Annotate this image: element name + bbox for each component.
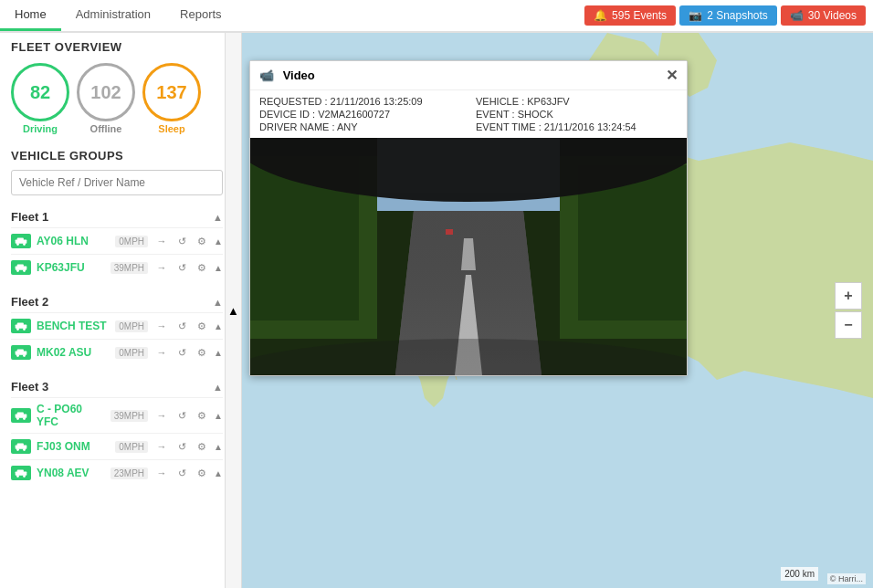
svg-rect-5 <box>17 265 24 268</box>
settings-icon-yn08aev[interactable]: ⚙ <box>194 465 210 481</box>
video-driver-name: DRIVER NAME : ANY <box>259 121 461 132</box>
tab-home[interactable]: Home <box>0 0 61 31</box>
vehicle-actions-ay06hln: → ↺ ⚙ ▲ <box>153 233 223 249</box>
events-button[interactable]: 🔔 595 Events <box>584 5 676 26</box>
svg-rect-13 <box>17 350 24 353</box>
top-nav: Home Administration Reports 🔔 595 Events… <box>0 0 873 33</box>
refresh-icon-mk02asu[interactable]: ↺ <box>174 344 190 361</box>
vehicle-name-benchtest: BENCH TEST <box>37 320 110 332</box>
svg-point-6 <box>16 269 19 272</box>
arrow-icon-benchtest[interactable]: → <box>153 318 170 334</box>
svg-point-10 <box>16 328 19 331</box>
vehicle-actions-cpo60yfc: → ↺ ⚙ ▲ <box>153 407 223 424</box>
fleet-2-section: Fleet 2 ▲ BENCH TEST 0MPH → ↺ ⚙ ▲ <box>11 291 223 365</box>
svg-rect-1 <box>17 238 24 242</box>
expand-icon-ay06hln[interactable]: ▲ <box>214 236 223 247</box>
map-controls: + − <box>835 282 862 339</box>
driving-label: Driving <box>23 123 58 134</box>
video-event: EVENT : SHOCK <box>476 109 678 120</box>
expand-icon-cpo60yfc[interactable]: ▲ <box>214 411 223 421</box>
vehicle-groups-title: VEHICLE GROUPS <box>11 149 223 163</box>
settings-icon-mk02asu[interactable]: ⚙ <box>194 344 210 361</box>
svg-rect-25 <box>17 470 24 474</box>
svg-point-18 <box>16 417 19 420</box>
video-frame <box>250 138 687 375</box>
vehicle-kp63jfu: KP63JFU 39MPH → ↺ ⚙ ▲ <box>11 254 223 280</box>
vehicle-actions-fj03onm: → ↺ ⚙ ▲ <box>153 438 223 455</box>
vehicle-icon-benchtest <box>11 319 31 333</box>
video-title-area: 📹 Video <box>259 68 315 82</box>
videos-button[interactable]: 📹 30 Videos <box>781 5 866 26</box>
vehicle-speed-yn08aev: 23MPH <box>110 467 148 479</box>
svg-point-27 <box>23 475 26 478</box>
arrow-icon-fj03onm[interactable]: → <box>153 438 170 455</box>
expand-icon-benchtest[interactable]: ▲ <box>214 321 223 331</box>
driving-circle: 82 <box>11 63 69 121</box>
svg-point-2 <box>16 243 19 246</box>
expand-icon-kp63jfu[interactable]: ▲ <box>214 263 223 273</box>
video-requested: REQUESTED : 21/11/2016 13:25:09 <box>259 96 461 107</box>
refresh-icon-benchtest[interactable]: ↺ <box>174 318 190 334</box>
settings-icon-ay06hln[interactable]: ⚙ <box>194 233 210 249</box>
vehicle-speed-benchtest: 0MPH <box>115 320 148 332</box>
svg-rect-9 <box>17 323 24 327</box>
fleet-3-header[interactable]: Fleet 3 ▲ <box>11 376 223 397</box>
map-attribution: © Harri... <box>827 573 866 584</box>
search-input[interactable] <box>11 170 223 195</box>
nav-right-buttons: 🔔 595 Events 📷 2 Snapshots 📹 30 Videos <box>584 0 873 31</box>
refresh-icon-cpo60yfc[interactable]: ↺ <box>174 407 190 424</box>
svg-rect-65 <box>446 229 453 235</box>
video-close-button[interactable]: ✕ <box>666 67 678 84</box>
vehicle-actions-yn08aev: → ↺ ⚙ ▲ <box>153 465 223 481</box>
refresh-icon-kp63jfu[interactable]: ↺ <box>174 259 190 276</box>
svg-point-3 <box>23 243 26 246</box>
vehicle-fj03onm: FJ03 ONM 0MPH → ↺ ⚙ ▲ <box>11 433 223 459</box>
vehicle-name-kp63jfu: KP63JFU <box>37 261 105 274</box>
tab-administration[interactable]: Administration <box>61 0 165 31</box>
snapshots-button[interactable]: 📷 2 Snapshots <box>679 5 777 26</box>
tab-reports[interactable]: Reports <box>165 0 237 31</box>
vehicle-name-ay06hln: AY06 HLN <box>37 235 110 247</box>
expand-icon-mk02asu[interactable]: ▲ <box>214 348 223 358</box>
fleet-1-header[interactable]: Fleet 1 ▲ <box>11 206 223 227</box>
fleet-2-header[interactable]: Fleet 2 ▲ <box>11 291 223 312</box>
arrow-icon-cpo60yfc[interactable]: → <box>153 407 170 424</box>
main-layout: FLEET OVERVIEW 82 Driving 102 Offline <box>0 33 873 588</box>
fleet-overview-title: FLEET OVERVIEW <box>11 40 223 54</box>
vehicle-name-cpo60yfc: C - PO60 YFC <box>37 403 105 428</box>
vehicle-cpo60yfc: C - PO60 YFC 39MPH → ↺ ⚙ ▲ <box>11 397 223 433</box>
settings-icon-cpo60yfc[interactable]: ⚙ <box>194 407 210 424</box>
vehicle-actions-mk02asu: → ↺ ⚙ ▲ <box>153 344 223 361</box>
arrow-icon-mk02asu[interactable]: → <box>153 344 170 361</box>
expand-icon-fj03onm[interactable]: ▲ <box>214 442 223 452</box>
refresh-icon-yn08aev[interactable]: ↺ <box>174 465 190 481</box>
video-popup: 📹 Video ✕ REQUESTED : 21/11/2016 13:25:0… <box>249 60 688 376</box>
fleet-stats: 82 Driving 102 Offline 137 Sleep <box>11 63 223 134</box>
sidebar-collapse-button[interactable]: ▲ <box>225 33 241 588</box>
svg-point-11 <box>23 328 26 331</box>
video-event-time: EVENT TIME : 21/11/2016 13:24:54 <box>476 121 678 132</box>
vehicle-name-yn08aev: YN08 AEV <box>37 467 105 479</box>
settings-icon-fj03onm[interactable]: ⚙ <box>194 438 210 455</box>
arrow-icon-ay06hln[interactable]: → <box>153 233 170 249</box>
video-device-id: DEVICE ID : V2MA21600727 <box>259 109 461 120</box>
arrow-icon-kp63jfu[interactable]: → <box>153 259 170 276</box>
refresh-icon-ay06hln[interactable]: ↺ <box>174 233 190 249</box>
video-popup-header: 📹 Video ✕ <box>250 61 687 90</box>
fleet-1-section: Fleet 1 ▲ AY06 HLN 0MPH → ↺ ⚙ ▲ <box>11 206 223 280</box>
stat-offline: 102 Offline <box>77 63 135 134</box>
map-area[interactable]: ❮ + − 200 km © Harri... 📹 Video ✕ REQUES… <box>242 33 873 588</box>
vehicle-mk02asu: MK02 ASU 0MPH → ↺ ⚙ ▲ <box>11 339 223 365</box>
svg-point-14 <box>16 354 19 357</box>
settings-icon-benchtest[interactable]: ⚙ <box>194 318 210 334</box>
arrow-icon-yn08aev[interactable]: → <box>153 465 170 481</box>
zoom-out-button[interactable]: − <box>835 311 862 339</box>
zoom-in-button[interactable]: + <box>835 282 862 310</box>
vehicle-icon-yn08aev <box>11 466 31 480</box>
vehicle-actions-benchtest: → ↺ ⚙ ▲ <box>153 318 223 334</box>
refresh-icon-fj03onm[interactable]: ↺ <box>174 438 190 455</box>
expand-icon-yn08aev[interactable]: ▲ <box>214 468 223 478</box>
map-scale: 200 km <box>781 567 818 581</box>
settings-icon-kp63jfu[interactable]: ⚙ <box>194 259 210 276</box>
vehicle-speed-mk02asu: 0MPH <box>115 347 148 359</box>
